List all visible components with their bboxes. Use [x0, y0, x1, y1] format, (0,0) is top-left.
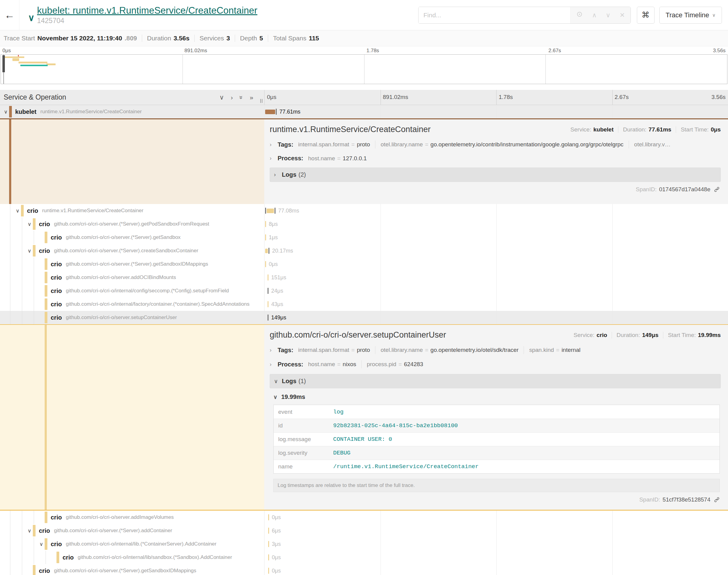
total-spans-label: Total Spans	[273, 35, 306, 42]
span-name-cell[interactable]: ∨criogithub.com/cri-o/cri-o/server.(*Ser…	[0, 217, 264, 231]
span-service-name: crio	[39, 247, 50, 255]
span-name-cell[interactable]: criogithub.com/cri-o/cri-o/server.addIma…	[0, 511, 264, 524]
expand-one-icon[interactable]: ›	[231, 94, 233, 101]
divider	[235, 35, 235, 42]
chevron-down-icon[interactable]: ∨	[26, 221, 33, 227]
span-row[interactable]: criogithub.com/cri-o/cri-o/server.addOCI…	[0, 271, 728, 284]
trace-view-select[interactable]: Trace Timeline ∨	[659, 7, 722, 24]
span-timeline-cell[interactable]: 0μs	[264, 258, 728, 271]
span-name-cell[interactable]: ∨crioruntime.v1.RuntimeService/CreateCon…	[0, 204, 264, 217]
span-service-name: crio	[51, 274, 62, 281]
find-input[interactable]	[419, 7, 570, 23]
span-operation-name: github.com/cri-o/cri-o/server.(*Server).…	[66, 261, 211, 267]
expand-all-icon[interactable]: »	[250, 94, 253, 101]
indent-guide	[22, 311, 22, 324]
span-timeline-cell[interactable]: 20.17ms	[264, 244, 728, 258]
chevron-down-icon[interactable]: ∨	[26, 248, 33, 254]
collapse-all-icon[interactable]: »	[237, 96, 245, 99]
clear-search-icon[interactable]: ✕	[620, 11, 625, 19]
back-button[interactable]: ←	[0, 0, 20, 30]
span-timeline-cell[interactable]: 77.08ms	[264, 204, 728, 217]
span-name-cell[interactable]: ∨criogithub.com/cri-o/cri-o/server.(*Ser…	[0, 524, 264, 537]
chevron-down-icon[interactable]: ∨	[14, 208, 21, 214]
span-name-cell[interactable]: ∨criogithub.com/cri-o/cri-o/internal/lib…	[0, 537, 264, 551]
span-row[interactable]: criogithub.com/cri-o/cri-o/internal/lib/…	[0, 551, 728, 564]
span-name-cell[interactable]: criogithub.com/cri-o/cri-o/server.setupC…	[0, 311, 264, 324]
logs-toggle[interactable]: ∨ Logs (1)	[270, 374, 721, 388]
chevron-down-icon[interactable]: ∨	[26, 528, 33, 534]
timeline-gridline	[612, 271, 613, 284]
link-icon[interactable]	[714, 186, 720, 193]
prev-result-icon[interactable]: ∧	[592, 11, 596, 19]
span-timeline-cell[interactable]: 43μs	[264, 298, 728, 311]
chevron-down-icon[interactable]: ∨	[2, 109, 9, 115]
tags-row[interactable]: › Tags: internal.span.format=protootel.l…	[270, 346, 721, 354]
span-duration-bar	[268, 314, 268, 320]
service-color-bar	[45, 285, 47, 297]
keyboard-shortcuts-button[interactable]: ⌘	[637, 7, 655, 24]
span-name-cell[interactable]: criogithub.com/cri-o/cri-o/server.(*Serv…	[0, 564, 264, 575]
timeline-gridline	[496, 271, 497, 284]
link-icon[interactable]	[714, 496, 720, 503]
tags-row[interactable]: › Tags: internal.span.format=protootel.l…	[270, 141, 721, 148]
trace-title-link[interactable]: kubelet: runtime.v1.RuntimeService/Creat…	[37, 5, 257, 16]
span-name-cell[interactable]: ∨kubeletruntime.v1.RuntimeService/Create…	[0, 105, 264, 119]
span-timeline-cell[interactable]: 6μs	[264, 524, 728, 537]
service-color-bar	[33, 218, 36, 230]
tag-value: internal	[562, 347, 581, 353]
span-row[interactable]: criogithub.com/cri-o/cri-o/internal/fact…	[0, 298, 728, 311]
next-result-icon[interactable]: ∨	[606, 11, 610, 19]
chevron-down-icon[interactable]: ∨	[38, 541, 45, 547]
span-timeline-cell[interactable]: 151μs	[264, 271, 728, 284]
timeline-gridline	[612, 524, 613, 537]
timeline-gridline	[496, 231, 497, 244]
span-row[interactable]: ∨kubeletruntime.v1.RuntimeService/Create…	[0, 105, 728, 119]
span-timeline-cell[interactable]: 149μs	[264, 311, 728, 324]
span-name-cell[interactable]: criogithub.com/cri-o/cri-o/internal/fact…	[0, 298, 264, 311]
span-timeline-cell[interactable]: 0μs	[264, 564, 728, 575]
span-row[interactable]: criogithub.com/cri-o/cri-o/server.(*Serv…	[0, 231, 728, 244]
span-name-cell[interactable]: criogithub.com/cri-o/cri-o/server.(*Serv…	[0, 231, 264, 244]
span-row[interactable]: ∨crioruntime.v1.RuntimeService/CreateCon…	[0, 204, 728, 217]
start-time-value: 0μs	[711, 126, 721, 133]
tag-kv: internal.span.format=proto	[298, 141, 370, 148]
log-entry-toggle[interactable]: ∨ 19.99ms	[273, 394, 721, 400]
span-row[interactable]: ∨criogithub.com/cri-o/cri-o/server.(*Ser…	[0, 524, 728, 537]
span-timeline-cell[interactable]: 1μs	[264, 231, 728, 244]
duration-bar	[268, 301, 268, 307]
span-name-cell[interactable]: ∨criogithub.com/cri-o/cri-o/server.(*Ser…	[0, 244, 264, 258]
span-name-cell[interactable]: criogithub.com/cri-o/cri-o/internal/lib/…	[0, 551, 264, 564]
span-row[interactable]: criogithub.com/cri-o/cri-o/server.(*Serv…	[0, 564, 728, 575]
span-row[interactable]: criogithub.com/cri-o/cri-o/server.setupC…	[0, 311, 728, 324]
duration-bar	[268, 528, 269, 534]
span-timeline-cell[interactable]: 77.61ms	[264, 105, 728, 119]
span-row[interactable]: ∨criogithub.com/cri-o/cri-o/server.(*Ser…	[0, 217, 728, 231]
process-row[interactable]: › Process: host.name=127.0.0.1	[270, 155, 721, 162]
timeline-gridline	[612, 537, 613, 551]
span-row[interactable]: criogithub.com/cri-o/cri-o/server.addIma…	[0, 511, 728, 524]
span-detail-card: github.com/cri-o/cri-o/server.setupConta…	[264, 325, 728, 510]
equals-sign: =	[352, 347, 355, 353]
span-row[interactable]: criogithub.com/cri-o/cri-o/internal/conf…	[0, 284, 728, 298]
trace-collapse-chevron-icon[interactable]: ∨	[28, 12, 35, 23]
span-row[interactable]: criogithub.com/cri-o/cri-o/server.(*Serv…	[0, 258, 728, 271]
span-name-cell[interactable]: criogithub.com/cri-o/cri-o/server.(*Serv…	[0, 258, 264, 271]
logs-toggle[interactable]: › Logs (2)	[270, 168, 721, 182]
minimap-canvas[interactable]	[1, 54, 727, 84]
span-timeline-cell[interactable]: 8μs	[264, 217, 728, 231]
span-timeline-cell[interactable]: 24μs	[264, 284, 728, 298]
span-row[interactable]: ∨criogithub.com/cri-o/cri-o/internal/lib…	[0, 537, 728, 551]
span-timeline-cell[interactable]: 0μs	[264, 511, 728, 524]
span-duration-bar	[268, 288, 268, 294]
span-row[interactable]: ∨criogithub.com/cri-o/cri-o/server.(*Ser…	[0, 244, 728, 258]
focus-target-icon[interactable]	[576, 11, 583, 19]
column-resize-handle[interactable]	[260, 99, 262, 103]
span-name-cell[interactable]: criogithub.com/cri-o/cri-o/internal/conf…	[0, 284, 264, 298]
minimap-scrubber-handle[interactable]	[2, 55, 5, 72]
span-timeline-cell[interactable]: 0μs	[264, 551, 728, 564]
process-row[interactable]: › Process: host.name=nixosprocess.pid=62…	[270, 360, 721, 368]
collapse-one-icon[interactable]: ∨	[219, 94, 224, 101]
span-timeline-cell[interactable]: 3μs	[264, 537, 728, 551]
indent-guide	[10, 511, 10, 524]
span-name-cell[interactable]: criogithub.com/cri-o/cri-o/server.addOCI…	[0, 271, 264, 284]
